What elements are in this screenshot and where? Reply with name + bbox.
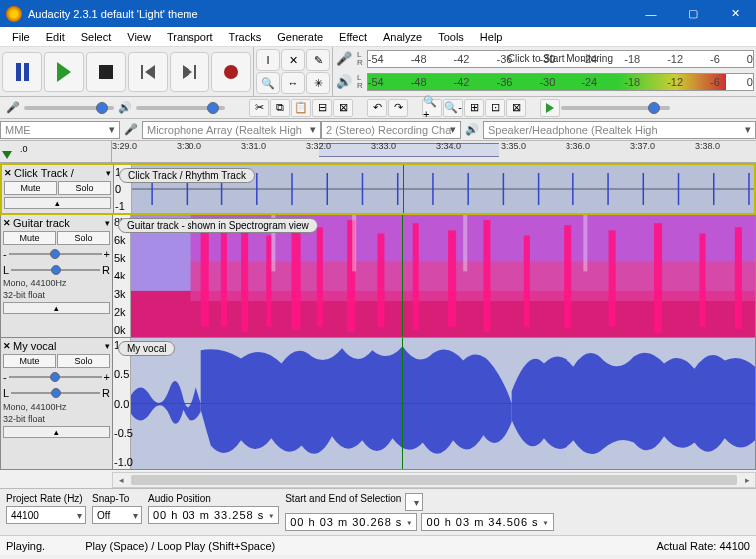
spectrogram-guitar[interactable] <box>131 215 755 337</box>
skip-start-button[interactable] <box>128 52 168 92</box>
scroll-thumb[interactable] <box>131 475 737 485</box>
solo-button[interactable]: Solo <box>57 354 110 368</box>
track-info: Mono, 44100Hz <box>3 279 110 288</box>
menu-file[interactable]: File <box>4 29 38 45</box>
solo-button[interactable]: Solo <box>58 181 111 195</box>
zoom-toggle-button[interactable]: ⊠ <box>506 99 526 117</box>
track-scale: 1.00.50.0-0.5-1.0 <box>113 338 131 469</box>
audio-host-select[interactable]: MME <box>0 121 120 139</box>
track-name[interactable]: Click Track / <box>14 167 104 179</box>
menu-transport[interactable]: Transport <box>159 29 221 45</box>
cut-button[interactable]: ✂ <box>249 99 269 117</box>
redo-button[interactable]: ↷ <box>388 99 408 117</box>
audio-position-field[interactable]: 00 h 03 m 33.258 s <box>148 506 279 524</box>
record-button[interactable] <box>211 52 251 92</box>
snap-to-select[interactable]: Off <box>92 506 142 524</box>
mute-button[interactable]: Mute <box>3 231 56 245</box>
skip-end-button[interactable] <box>170 52 209 92</box>
zoom-in-button[interactable]: 🔍+ <box>422 99 442 117</box>
selection-tool[interactable]: I <box>256 49 280 71</box>
selection-type-select[interactable] <box>405 493 423 511</box>
scroll-right-button[interactable]: ▸ <box>739 475 755 485</box>
track-name[interactable]: Guitar track <box>13 217 103 229</box>
menu-generate[interactable]: Generate <box>269 29 331 45</box>
draw-tool[interactable]: ✎ <box>306 49 330 71</box>
menu-analyze[interactable]: Analyze <box>375 29 430 45</box>
zoom-fit-sel-button[interactable]: ⊞ <box>464 99 484 117</box>
solo-button[interactable]: Solo <box>57 231 110 245</box>
mute-button[interactable]: Mute <box>4 181 57 195</box>
track-label: My vocal <box>118 341 175 356</box>
collapse-button[interactable]: ▴ <box>3 302 110 314</box>
multi-tool[interactable]: ✳ <box>306 72 330 94</box>
trim-button[interactable]: ⊟ <box>312 99 332 117</box>
menu-effect[interactable]: Effect <box>331 29 375 45</box>
track-panel-click[interactable]: ✕ Click Track / ▾ Mute Solo ▴ <box>2 165 114 213</box>
timeline[interactable]: .0 3:29.0 3:30.0 3:31.0 3:32.0 3:33.0 3:… <box>0 141 756 163</box>
play-button[interactable] <box>44 52 84 92</box>
menu-tracks[interactable]: Tracks <box>221 29 270 45</box>
playback-speed-slider[interactable] <box>561 106 670 110</box>
track-name[interactable]: My vocal <box>13 340 103 352</box>
silence-button[interactable]: ⊠ <box>333 99 353 117</box>
collapse-button[interactable]: ▴ <box>3 426 110 438</box>
recording-meter[interactable]: -54-48-42-36-30-24-18-12-60 Click to Sta… <box>367 50 754 68</box>
menu-tools[interactable]: Tools <box>430 29 472 45</box>
track-panel-vocal[interactable]: ✕ My vocal ▾ Mute Solo -+ LR Mono, 44100… <box>1 338 113 469</box>
zoom-tool[interactable]: 🔍 <box>256 72 280 94</box>
window-title: Audacity 2.3.1 default 'Light' theme <box>28 8 630 20</box>
pan-slider[interactable] <box>11 269 100 271</box>
svg-rect-39 <box>735 227 742 328</box>
recording-volume-slider[interactable] <box>24 106 114 110</box>
playback-meter[interactable]: -54-48-42-36-30-24-18-12-60 <box>367 73 754 91</box>
zoom-fit-proj-button[interactable]: ⊡ <box>485 99 505 117</box>
pause-button[interactable] <box>2 52 42 92</box>
track-close-button[interactable]: ✕ <box>4 168 12 178</box>
project-rate-label: Project Rate (Hz) <box>6 493 86 504</box>
mute-button[interactable]: Mute <box>3 354 56 368</box>
track-close-button[interactable]: ✕ <box>3 341 11 351</box>
stop-button[interactable] <box>86 52 126 92</box>
track-panel-guitar[interactable]: ✕ Guitar track ▾ Mute Solo -+ LR Mono, 4… <box>1 215 113 337</box>
svg-rect-28 <box>317 227 323 326</box>
playback-volume-slider[interactable] <box>136 106 225 110</box>
pan-slider[interactable] <box>11 392 100 394</box>
play-at-speed-button[interactable] <box>540 99 560 117</box>
zoom-out-button[interactable]: 🔍- <box>443 99 463 117</box>
maximize-button[interactable]: ▢ <box>672 0 714 27</box>
selection-end-field[interactable]: 00 h 03 m 34.506 s <box>421 513 553 531</box>
device-toolbar: MME 🎤 Microphone Array (Realtek High 2 (… <box>0 119 756 141</box>
waveform-vocal[interactable] <box>131 338 755 469</box>
recording-device-select[interactable]: Microphone Array (Realtek High <box>142 121 321 139</box>
menu-select[interactable]: Select <box>73 29 120 45</box>
timeshift-tool[interactable]: ↔ <box>281 72 305 94</box>
gain-slider[interactable] <box>9 253 102 255</box>
collapse-button[interactable]: ▴ <box>4 197 111 209</box>
selection-start-field[interactable]: 00 h 03 m 30.268 s <box>285 513 417 531</box>
copy-button[interactable]: ⧉ <box>270 99 290 117</box>
track-menu-button[interactable]: ▾ <box>106 168 111 178</box>
track-menu-button[interactable]: ▾ <box>105 218 110 228</box>
channels-select[interactable]: 2 (Stereo) Recording Cha <box>321 121 461 139</box>
svg-rect-25 <box>241 220 248 332</box>
paste-button[interactable]: 📋 <box>291 99 311 117</box>
undo-button[interactable]: ↶ <box>367 99 387 117</box>
toolbar-mixer: 🎤 🔊 ✂ ⧉ 📋 ⊟ ⊠ ↶ ↷ 🔍+ 🔍- ⊞ ⊡ ⊠ <box>0 97 756 119</box>
menu-edit[interactable]: Edit <box>38 29 73 45</box>
mic-meter-icon[interactable]: 🎤 <box>335 50 353 68</box>
menu-help[interactable]: Help <box>472 29 511 45</box>
speaker-meter-icon[interactable]: 🔊 <box>335 73 353 91</box>
pin-marker-icon[interactable] <box>2 151 12 159</box>
project-rate-select[interactable]: 44100 <box>6 506 86 524</box>
menu-view[interactable]: View <box>119 29 159 45</box>
h-scrollbar[interactable]: ◂ ▸ <box>112 472 756 488</box>
meter-click-msg: Click to Start Monitoring <box>368 51 753 67</box>
close-button[interactable]: ✕ <box>714 0 756 27</box>
envelope-tool[interactable]: ✕ <box>281 49 305 71</box>
track-close-button[interactable]: ✕ <box>3 218 11 228</box>
track-menu-button[interactable]: ▾ <box>105 341 110 351</box>
scroll-left-button[interactable]: ◂ <box>113 475 129 485</box>
minimize-button[interactable]: — <box>630 0 672 27</box>
playback-device-select[interactable]: Speaker/Headphone (Realtek High <box>483 121 756 139</box>
gain-slider[interactable] <box>9 376 102 378</box>
